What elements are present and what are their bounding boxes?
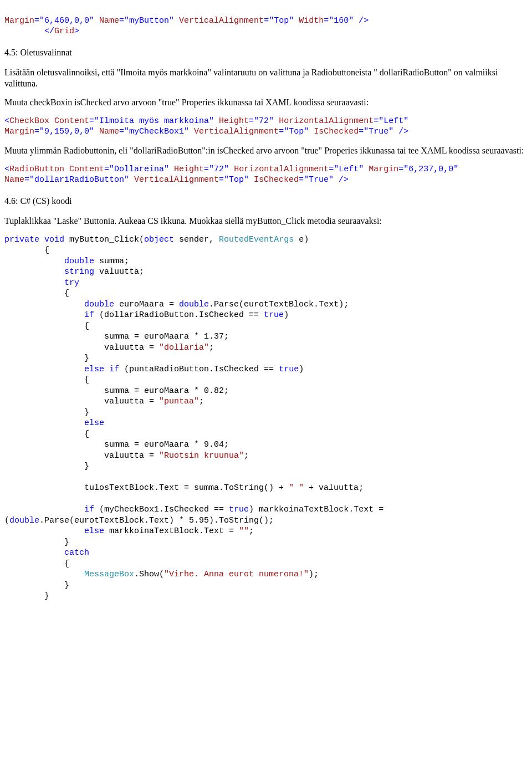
paragraph: Tuplaklikkaa "Laske" Buttonia. Aukeaa CS… — [4, 216, 528, 227]
heading-4-5: 4.5: Oletusvalinnat — [4, 47, 528, 58]
paragraph: Muuta ylimmän Radiobuttonin, eli "dollar… — [4, 145, 528, 156]
xaml-code-radiobutton: <RadioButton Content="Dollareina" Height… — [4, 164, 528, 186]
xaml-code-button: Margin="6,460,0,0" Name="myButton" Verti… — [4, 4, 528, 37]
paragraph: Lisätään oletusvalinnoiksi, että "Ilmoit… — [4, 67, 528, 89]
csharp-code: private void myButton_Click(object sende… — [4, 234, 528, 602]
xaml-code-checkbox: <CheckBox Content="Ilmoita myös markkoin… — [4, 116, 528, 137]
heading-4-6: 4.6: C# (CS) koodi — [4, 196, 528, 207]
paragraph: Muuta checkBoxin isChecked arvo arvoon "… — [4, 97, 528, 108]
